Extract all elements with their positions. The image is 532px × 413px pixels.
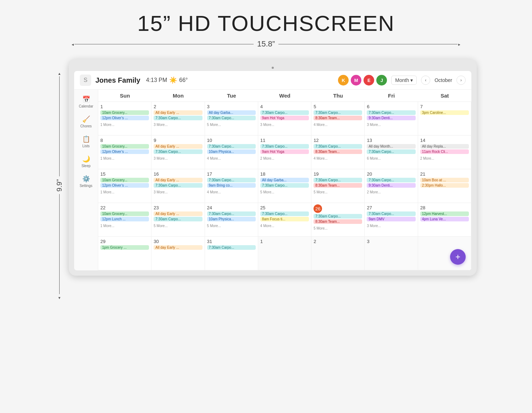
calendar-event[interactable]: 10am Grocery... bbox=[100, 178, 149, 182]
calendar-event[interactable]: 10am Physica... bbox=[207, 149, 256, 154]
more-events-link[interactable]: 1 More... bbox=[100, 224, 114, 228]
calendar-event[interactable]: 7:30am Carpo... bbox=[207, 245, 256, 250]
more-events-link[interactable]: 5 More... bbox=[154, 224, 167, 228]
calendar-event[interactable]: 7:30am Carpo... bbox=[367, 110, 415, 115]
more-events-link[interactable]: 5 More... bbox=[260, 190, 274, 194]
calendar-event[interactable]: 7:30am Carpo... bbox=[207, 211, 256, 216]
more-events-link[interactable]: 4 More... bbox=[314, 123, 327, 127]
cal-cell[interactable]: 67:30am Carpo...9:30am Denti...3 More... bbox=[365, 102, 418, 136]
avatar-k[interactable]: K bbox=[338, 75, 349, 86]
add-event-fab[interactable]: + bbox=[450, 249, 466, 265]
cal-cell[interactable]: 23All day Early ...7:30am Carpo...5 More… bbox=[151, 203, 205, 237]
more-events-link[interactable]: 3 More... bbox=[154, 156, 167, 160]
calendar-event[interactable]: 7:30am Carpo... bbox=[154, 217, 202, 221]
cal-cell[interactable]: 3All day Garba...7:30am Carpo...5 More..… bbox=[205, 102, 258, 136]
calendar-event[interactable]: 7:30am Carpo... bbox=[260, 183, 309, 188]
sidebar-item-lists[interactable]: 📋 Lists bbox=[76, 132, 96, 151]
calendar-event[interactable]: 10am Grocery... bbox=[100, 211, 149, 216]
calendar-event[interactable]: 10am Physica... bbox=[207, 217, 256, 221]
calendar-event[interactable]: All day Early ... bbox=[154, 245, 202, 250]
calendar-event[interactable]: 8am Focus ti... bbox=[260, 217, 309, 221]
more-events-link[interactable]: 1 More... bbox=[100, 156, 114, 160]
sidebar-item-settings[interactable]: ⚙️ Settings bbox=[76, 172, 96, 191]
calendar-event[interactable]: 7:30am Carpo... bbox=[314, 144, 362, 149]
cal-cell[interactable]: 197:30am Carpo...8:30am Team...5 More... bbox=[311, 169, 365, 203]
cal-cell[interactable]: 3 bbox=[365, 237, 418, 270]
calendar-event[interactable]: 10am Grocery... bbox=[100, 110, 149, 115]
sidebar-item-sleep[interactable]: 🌙 Sleep bbox=[76, 152, 96, 171]
calendar-event[interactable]: All day Garba... bbox=[260, 178, 309, 182]
cal-cell[interactable]: 247:30am Carpo...10am Physica...5 More..… bbox=[205, 203, 258, 237]
calendar-event[interactable]: 7:30am Carpo... bbox=[260, 110, 309, 115]
nav-prev-button[interactable]: ‹ bbox=[421, 76, 430, 85]
cal-cell[interactable]: 810am Grocery...12pm Oliver’s ...1 More.… bbox=[98, 136, 151, 169]
cal-cell[interactable]: 2812pm Harvest...4pm Luna Ve... bbox=[418, 203, 471, 237]
cal-cell[interactable]: 127:30am Carpo...8:30am Team...4 More... bbox=[311, 136, 365, 169]
more-events-link[interactable]: 5 More... bbox=[314, 226, 327, 230]
calendar-event[interactable]: 8:30am Team... bbox=[314, 149, 362, 154]
more-events-link[interactable]: 2 More... bbox=[420, 156, 434, 160]
calendar-event[interactable]: 9am Hot Yoga bbox=[260, 149, 309, 154]
calendar-event[interactable]: 12pm Oliver’s ... bbox=[100, 183, 149, 188]
cal-cell[interactable]: 1 bbox=[258, 237, 311, 270]
cal-cell[interactable]: 57:30am Carpo...8:30am Team...4 More... bbox=[311, 102, 365, 136]
cal-cell[interactable]: 1510am Grocery...12pm Oliver’s ...1 More… bbox=[98, 169, 151, 203]
avatar-m[interactable]: M bbox=[351, 75, 361, 86]
calendar-event[interactable]: 9:30am Denti... bbox=[367, 183, 415, 188]
calendar-event[interactable]: 12pm Lunch ... bbox=[100, 217, 149, 221]
more-events-link[interactable]: 2 More... bbox=[367, 190, 381, 194]
more-events-link[interactable]: 6 More... bbox=[367, 156, 381, 160]
calendar-event[interactable]: 7:30am Carpo... bbox=[367, 149, 415, 154]
cal-cell[interactable]: 2210am Grocery...12pm Lunch ...1 More... bbox=[98, 203, 151, 237]
avatar-j[interactable]: J bbox=[376, 75, 387, 86]
cal-cell[interactable]: 117:30am Carpo...9am Hot Yoga2 More... bbox=[258, 136, 311, 169]
cal-cell[interactable]: 2110am Boo at ...2:30pm Hallo... bbox=[418, 169, 471, 203]
more-events-link[interactable]: 4 More... bbox=[207, 190, 221, 194]
cal-cell[interactable]: 2 bbox=[311, 237, 365, 270]
cal-cell[interactable]: 267:30am Carpo...8:30am Team...5 More... bbox=[311, 203, 365, 237]
calendar-event[interactable]: 8:30am Team... bbox=[314, 219, 362, 224]
calendar-event[interactable]: 7:30am Carpo... bbox=[314, 214, 362, 219]
calendar-event[interactable]: 11am Rock Cli... bbox=[420, 149, 469, 154]
calendar-event[interactable]: 7:30am Carpo... bbox=[207, 116, 256, 120]
calendar-event[interactable]: All day Repla... bbox=[420, 144, 469, 149]
cal-cell[interactable]: 291pm Grocery ... bbox=[98, 237, 151, 270]
calendar-event[interactable]: 3pm Caroline... bbox=[420, 110, 469, 115]
calendar-event[interactable]: 4pm Luna Ve... bbox=[420, 217, 469, 221]
cal-cell[interactable]: 9All day Early ...7:30am Carpo...3 More.… bbox=[151, 136, 205, 169]
avatar-e[interactable]: E bbox=[364, 75, 374, 86]
more-events-link[interactable]: 3 More... bbox=[154, 123, 167, 127]
more-events-link[interactable]: 1 More... bbox=[100, 190, 114, 194]
more-events-link[interactable]: 5 More... bbox=[314, 190, 327, 194]
calendar-event[interactable]: 10am Grocery... bbox=[100, 144, 149, 149]
cal-cell[interactable]: 13All day Month...7:30am Carpo...6 More.… bbox=[365, 136, 418, 169]
cal-cell[interactable]: 107:30am Carpo...10am Physica...4 More..… bbox=[205, 136, 258, 169]
calendar-event[interactable]: 12pm Oliver’s ... bbox=[100, 116, 149, 120]
calendar-event[interactable]: 9:30am Denti... bbox=[367, 116, 415, 120]
calendar-event[interactable]: All day Garba... bbox=[207, 110, 256, 115]
cal-cell[interactable]: 317:30am Carpo... bbox=[205, 237, 258, 270]
cal-cell[interactable]: 257:30am Carpo...8am Focus ti...4 More..… bbox=[258, 203, 311, 237]
calendar-event[interactable]: 7:30am Carpo... bbox=[260, 144, 309, 149]
calendar-event[interactable]: 1pm Grocery ... bbox=[100, 245, 149, 250]
calendar-event[interactable]: 9am Bring co... bbox=[207, 183, 256, 188]
calendar-event[interactable]: 10am Boo at ... bbox=[420, 178, 469, 182]
more-events-link[interactable]: 3 More... bbox=[154, 190, 167, 194]
calendar-event[interactable]: 9am DMV bbox=[367, 217, 415, 221]
nav-next-button[interactable]: › bbox=[456, 76, 466, 85]
calendar-event[interactable]: 2:30pm Hallo... bbox=[420, 183, 469, 188]
sidebar-item-chores[interactable]: 🧹 Chores bbox=[76, 112, 96, 131]
calendar-event[interactable]: 7:30am Carpo... bbox=[260, 211, 309, 216]
more-events-link[interactable]: 5 More... bbox=[207, 123, 221, 127]
cal-cell[interactable]: 16All day Early ...7:30am Carpo...3 More… bbox=[151, 169, 205, 203]
calendar-event[interactable]: 7:30am Carpo... bbox=[154, 183, 202, 188]
cal-cell[interactable]: 177:30am Carpo...9am Bring co...4 More..… bbox=[205, 169, 258, 203]
calendar-event[interactable]: All day Early ... bbox=[154, 211, 202, 216]
more-events-link[interactable]: 1 More... bbox=[100, 123, 114, 127]
cal-cell[interactable]: 18All day Garba...7:30am Carpo...5 More.… bbox=[258, 169, 311, 203]
cal-cell[interactable]: 30All day Early ... bbox=[151, 237, 205, 270]
calendar-event[interactable]: 9am Hot Yoga bbox=[260, 116, 309, 120]
calendar-event[interactable]: 7:30am Carpo... bbox=[207, 144, 256, 149]
cal-cell[interactable]: 277:30am Carpo...9am DMV3 More... bbox=[365, 203, 418, 237]
calendar-event[interactable]: 7:30am Carpo... bbox=[367, 211, 415, 216]
